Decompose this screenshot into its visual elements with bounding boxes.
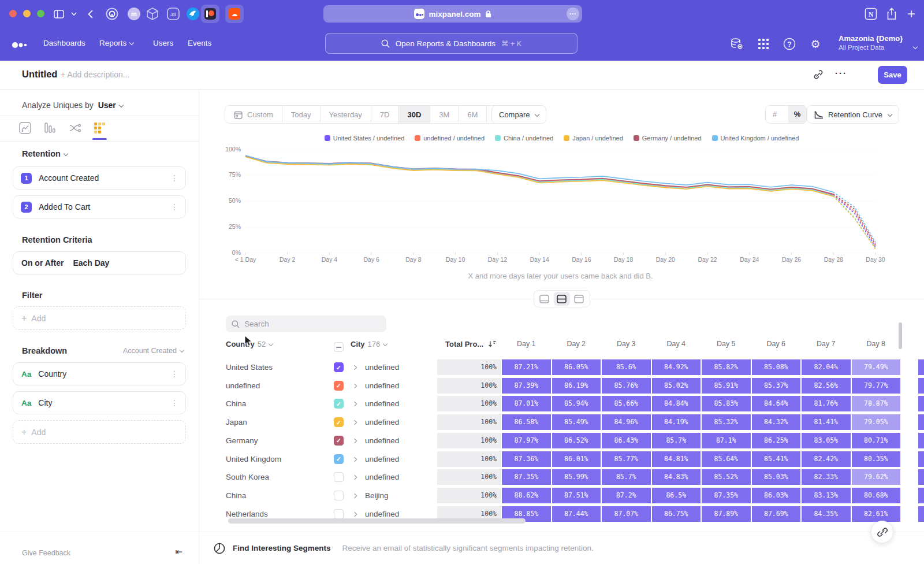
retention-cell[interactable]: 85.52%: [702, 469, 751, 485]
page-options-button[interactable]: ···: [567, 8, 579, 20]
notion-icon[interactable]: N: [864, 7, 878, 21]
retention-cell[interactable]: 85.82%: [702, 359, 751, 375]
count-format-button[interactable]: #: [766, 106, 784, 123]
retention-cell[interactable]: 87.39%: [502, 378, 551, 394]
day-header[interactable]: Day 6: [752, 340, 801, 348]
row-checkbox[interactable]: ✓: [334, 381, 344, 391]
day-header[interactable]: Day 5: [702, 340, 751, 348]
retention-cell[interactable]: 85.6%: [602, 359, 651, 375]
retention-cell[interactable]: 80.71%: [852, 433, 901, 448]
step-options-icon[interactable]: ⋮: [170, 173, 178, 183]
chart-only-view-button[interactable]: [536, 292, 553, 306]
retention-cell[interactable]: 87.69%: [752, 506, 801, 522]
retention-cell[interactable]: 85.94%: [552, 396, 601, 411]
patreon-extension-icon[interactable]: [201, 5, 219, 23]
retention-cell[interactable]: 87.1%: [702, 433, 751, 448]
retention-cell[interactable]: 86.5%: [652, 488, 701, 503]
settings-gear-icon[interactable]: ⚙: [808, 37, 822, 51]
back-icon[interactable]: [83, 7, 97, 21]
retention-cell[interactable]: 84.83%: [652, 469, 701, 485]
retention-cell[interactable]: 88.62%: [502, 488, 551, 503]
row-checkbox[interactable]: ✓: [334, 454, 344, 464]
report-title[interactable]: Untitled: [22, 69, 57, 80]
retention-cell[interactable]: 85.83%: [702, 396, 751, 411]
retention-cell[interactable]: 84.32%: [752, 414, 801, 430]
retention-cell[interactable]: 84.19%: [652, 414, 701, 430]
retention-cell[interactable]: 87.07%: [602, 506, 651, 522]
retention-cell[interactable]: 86.43%: [602, 433, 651, 448]
global-search[interactable]: Open Reports & Dashboards ⌘ + K: [325, 33, 578, 54]
retention-cell[interactable]: 86.19%: [552, 378, 601, 394]
retention-cell[interactable]: 87.51%: [552, 488, 601, 503]
apps-grid-icon[interactable]: [757, 37, 770, 51]
retention-cell[interactable]: 85.7%: [652, 433, 701, 448]
retention-cell[interactable]: 85.32%: [702, 414, 751, 430]
retention-cell[interactable]: 86.25%: [752, 433, 801, 448]
retention-criteria-card[interactable]: On or After Each Day: [13, 251, 186, 274]
retention-cell[interactable]: 85.41%: [752, 451, 801, 467]
retention-cell[interactable]: 86.58%: [502, 414, 551, 430]
soundcloud-extension-icon[interactable]: ☁: [225, 5, 244, 23]
legend-item[interactable]: Japan / undefined: [564, 135, 623, 142]
chart-type-dropdown[interactable]: Retention Curve: [807, 105, 899, 124]
minimize-window-button[interactable]: [23, 10, 31, 17]
collapse-sidebar-icon[interactable]: ⇤: [175, 547, 182, 557]
retention-cell[interactable]: 84.81%: [652, 451, 701, 467]
retention-cell[interactable]: 85.91%: [702, 378, 751, 394]
breakdown-options-icon[interactable]: ⋮: [170, 398, 178, 407]
nav-dashboards[interactable]: Dashboards: [43, 39, 85, 47]
retention-cell[interactable]: 83.13%: [802, 488, 851, 503]
range-custom[interactable]: Custom: [225, 106, 282, 123]
retention-cell[interactable]: 87.89%: [702, 506, 751, 522]
retention-cell[interactable]: 82.33%: [802, 469, 851, 485]
legend-item[interactable]: Germany / undefined: [634, 135, 702, 142]
vertical-scrollbar[interactable]: [899, 322, 902, 349]
tab-funnels-icon[interactable]: [44, 122, 55, 136]
retention-cell[interactable]: 79.49%: [852, 359, 901, 375]
retention-cell[interactable]: 85.02%: [652, 378, 701, 394]
retention-cell[interactable]: 85.37%: [752, 378, 801, 394]
row-checkbox[interactable]: ✓: [334, 362, 344, 372]
expand-chevron-icon[interactable]: [352, 420, 357, 425]
retention-cell[interactable]: 82.04%: [802, 359, 851, 375]
expand-chevron-icon[interactable]: [352, 439, 357, 443]
retention-cell[interactable]: 85.64%: [702, 451, 751, 467]
retention-cell[interactable]: 87.01%: [502, 396, 551, 411]
expand-chevron-icon[interactable]: [352, 494, 357, 498]
row-checkbox[interactable]: [334, 472, 344, 482]
legend-item[interactable]: China / undefined: [495, 135, 553, 142]
give-feedback-link[interactable]: Give Feedback: [22, 549, 70, 557]
range-6m[interactable]: 6M: [458, 106, 486, 123]
retention-cell[interactable]: 85.08%: [752, 359, 801, 375]
zoom-window-button[interactable]: [37, 10, 44, 17]
retention-cell[interactable]: 83.05%: [802, 433, 851, 448]
horizontal-scrollbar[interactable]: [228, 518, 526, 524]
legend-item[interactable]: United Kingdom / undefined: [712, 135, 799, 142]
range-3m[interactable]: 3M: [430, 106, 458, 123]
retention-cell[interactable]: 86.01%: [552, 451, 601, 467]
retention-cell[interactable]: 81.76%: [802, 396, 851, 411]
tab-retention-icon[interactable]: [94, 122, 106, 136]
retention-cell[interactable]: 84.35%: [802, 506, 851, 522]
share-icon[interactable]: [885, 7, 899, 21]
retention-cell[interactable]: 84.84%: [652, 396, 701, 411]
retention-cell[interactable]: 84.92%: [652, 359, 701, 375]
cube-extension-icon[interactable]: [146, 7, 159, 21]
retention-cell[interactable]: 79.62%: [852, 469, 901, 485]
help-icon[interactable]: ?: [783, 37, 796, 51]
retention-cell[interactable]: 85.03%: [752, 469, 801, 485]
breakdown-options-icon[interactable]: ⋮: [170, 369, 178, 379]
retention-cell[interactable]: 82.56%: [802, 378, 851, 394]
segments-title[interactable]: Find Interesting Segments: [233, 544, 331, 552]
range-yesterday[interactable]: Yesterday: [320, 106, 371, 123]
retention-cell[interactable]: 80.35%: [852, 451, 901, 467]
retention-cell[interactable]: 82.61%: [852, 506, 901, 522]
criteria-interval-select[interactable]: Each Day: [73, 258, 109, 268]
tab-insights-icon[interactable]: [19, 122, 31, 136]
day-header[interactable]: Day 8: [852, 340, 901, 348]
retention-cell[interactable]: 85.76%: [602, 378, 651, 394]
share-link-fab[interactable]: [871, 521, 893, 543]
expand-chevron-icon[interactable]: [352, 402, 357, 406]
retention-cell[interactable]: 84.64%: [752, 396, 801, 411]
day-header[interactable]: Day 7: [802, 340, 851, 348]
